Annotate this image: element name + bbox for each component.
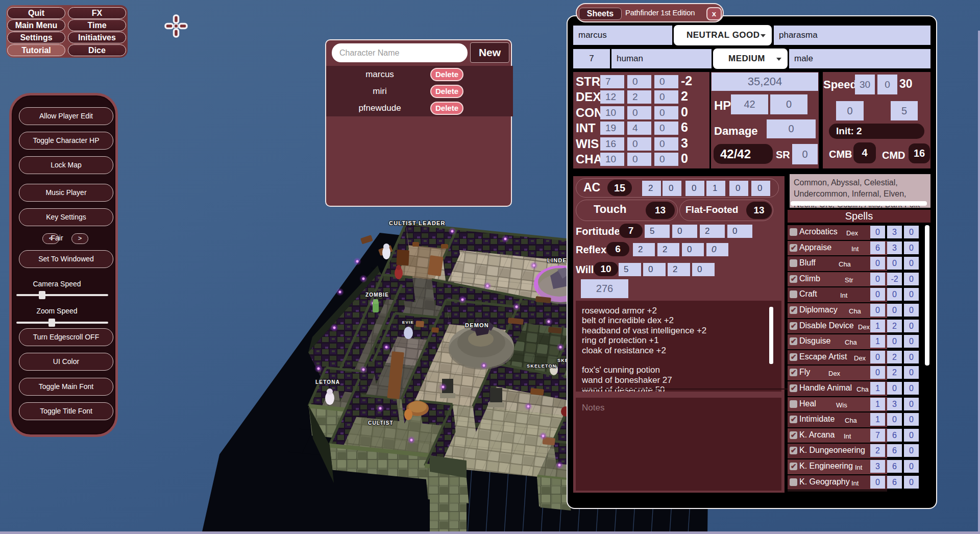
svg-text:DEMON: DEMON [465,322,489,328]
svg-text:CULTIST: CULTIST [368,420,394,426]
svg-text:SKELETON: SKELETON [527,363,556,369]
svg-text:CULTIST LEADER: CULTIST LEADER [389,220,446,226]
svg-text:EVIE: EVIE [402,320,414,325]
svg-text:LETONA: LETONA [315,379,340,385]
svg-text:ZOMBIE: ZOMBIE [365,292,389,298]
